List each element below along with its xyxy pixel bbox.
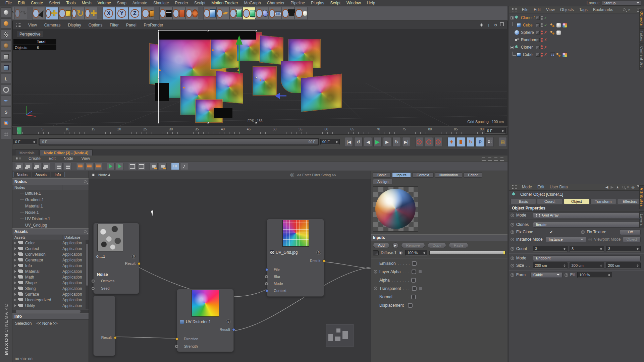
last-tool-icon[interactable] <box>85 7 97 20</box>
search-icon[interactable] <box>623 8 626 11</box>
fix-texture-button[interactable]: Off <box>620 229 641 235</box>
enable-dots-icon[interactable] <box>541 23 543 27</box>
node-graph-canvas[interactable]: o....1S Result Noise Octaves Seed Result… <box>89 171 371 362</box>
next-frame-button[interactable]: ▶ <box>383 137 391 147</box>
animation-dot-icon[interactable] <box>511 273 514 277</box>
menu-item[interactable]: Animate <box>130 0 150 6</box>
solo-badge[interactable]: S <box>226 319 231 324</box>
menu-item[interactable]: Mesh <box>79 0 94 6</box>
attribute-menu-item[interactable]: User Data <box>550 185 568 189</box>
layer-square-icon[interactable] <box>536 46 540 49</box>
menu-item[interactable]: Tools <box>63 0 78 6</box>
connect-nodes-icon[interactable] <box>55 163 63 170</box>
prev-frame-button[interactable]: ◀ <box>364 137 372 147</box>
form-dropdown[interactable]: Cubic <box>530 272 562 278</box>
object-manager-menu-item[interactable]: File <box>522 7 528 12</box>
record-pla-toggle[interactable] <box>485 137 493 147</box>
generators-icon[interactable] <box>229 7 242 20</box>
timeline-tick[interactable]: 30 <box>169 127 173 131</box>
z-axis-lock-icon[interactable]: Z <box>128 7 141 20</box>
phong-tag-icon[interactable] <box>550 30 555 35</box>
end-frame-field[interactable]: 90 F <box>320 139 340 145</box>
record-keyframe-button[interactable]: ╱ <box>415 137 423 147</box>
output-port[interactable] <box>322 259 325 262</box>
record-parameter-toggle[interactable]: P <box>476 137 484 147</box>
timeline-tick[interactable]: 20 <box>117 127 121 131</box>
input-port[interactable] <box>265 268 268 271</box>
home-icon[interactable]: ⌂ <box>628 8 630 12</box>
timeline-tick[interactable]: 70 <box>376 127 380 131</box>
animation-dot-icon[interactable] <box>581 230 585 234</box>
menu-item[interactable]: Select <box>46 0 63 6</box>
redo-icon[interactable] <box>14 7 27 20</box>
textured-cube[interactable] <box>260 35 283 64</box>
assets-column-header[interactable]: Assets <box>12 235 62 240</box>
align-table-icon[interactable] <box>137 163 145 170</box>
input-port[interactable] <box>175 338 178 341</box>
side-tab-attributes[interactable]: Attributes <box>639 185 644 209</box>
keyframe-options-button[interactable]: ? <box>434 137 442 147</box>
assign-tab[interactable]: Assign <box>373 179 393 184</box>
fields-icon[interactable] <box>256 7 268 20</box>
stepper-arrows-icon[interactable] <box>635 263 639 268</box>
lock-icon[interactable] <box>494 157 498 161</box>
point-handle[interactable] <box>237 69 239 71</box>
menu-item[interactable]: Script <box>327 0 343 6</box>
menu-item[interactable]: Volume <box>95 0 114 6</box>
object-manager-menu-item[interactable]: Bookmarks <box>593 7 613 12</box>
solo-badge[interactable]: S <box>131 254 136 259</box>
node-list-item[interactable]: UV Distorter.1 <box>15 216 89 222</box>
object-manager-menu-item[interactable]: Edit <box>534 7 541 12</box>
object-row-cube2[interactable]: Cube ✗ <box>509 51 639 58</box>
play-forward-icon[interactable] <box>107 163 115 170</box>
menu-item[interactable]: File <box>3 0 14 6</box>
attribute-menu-item[interactable]: Edit <box>537 185 544 189</box>
collapse-toggle-icon[interactable] <box>511 16 514 19</box>
timeline-tick[interactable]: 50 <box>273 127 276 131</box>
model-mode-icon[interactable] <box>1 18 11 28</box>
enable-dots-icon[interactable] <box>541 16 543 20</box>
track-icon[interactable]: ◎ <box>631 185 635 189</box>
object-row-sphere[interactable]: Sphere ✗ <box>509 29 639 36</box>
search-icon[interactable] <box>84 180 87 183</box>
viewport-solo-icon[interactable] <box>1 85 11 95</box>
diffuse-strength-slider[interactable] <box>429 251 505 255</box>
navigator-minimap[interactable] <box>326 324 354 347</box>
asset-row[interactable]: Color Application <box>12 240 89 246</box>
object-row-cube1[interactable]: Cube ✓ <box>509 21 639 29</box>
layer-up-icon[interactable] <box>76 163 84 170</box>
clear-filter-icon[interactable]: ✕ <box>290 173 294 177</box>
add-menu-button[interactable]: ▶ <box>392 242 398 248</box>
channel-checkbox[interactable] <box>412 286 417 291</box>
point-handle[interactable] <box>183 87 185 88</box>
instance-mode-dropdown[interactable]: Instance <box>546 237 586 242</box>
texture-tag-icon[interactable] <box>562 52 567 57</box>
asset-row[interactable]: Info Application <box>12 263 89 268</box>
enable-dots-icon[interactable] <box>541 31 543 35</box>
input-port[interactable] <box>265 282 268 285</box>
node-editor-menu-item[interactable]: Edit <box>49 156 56 161</box>
grip-icon[interactable] <box>512 185 517 189</box>
stepper-arrows-icon[interactable] <box>422 251 425 255</box>
search-icon[interactable] <box>622 186 625 188</box>
prev-key-button[interactable]: ↺ <box>354 137 362 147</box>
tab-layout-icon[interactable] <box>488 157 492 161</box>
timeline-tick[interactable]: 0 <box>17 127 19 131</box>
snap-grid-icon[interactable] <box>171 163 179 170</box>
live-selection-icon[interactable] <box>32 7 45 20</box>
add-node-icon[interactable] <box>15 163 23 170</box>
node-color-icon[interactable] <box>150 163 158 170</box>
record-rotation-toggle[interactable]: ↻ <box>467 137 475 147</box>
timeline-tick[interactable]: 35 <box>195 127 199 131</box>
menu-item[interactable]: Plugins <box>308 0 327 6</box>
viewport-menu-item[interactable]: ProRender <box>144 23 163 27</box>
uv-grid-node[interactable]: UV_Grid.jpgS Result File Blur Mode Conte… <box>267 219 324 297</box>
layer-square-icon[interactable] <box>536 38 540 42</box>
attribute-tab[interactable]: Effectors <box>617 199 643 204</box>
tab-node-editor[interactable]: Node Editor (3) - [Node.4] <box>40 149 93 156</box>
animation-dot-icon[interactable] <box>511 230 514 234</box>
timeline-window-button[interactable]: ▤ <box>499 137 507 147</box>
menu-item[interactable]: Help <box>364 0 378 6</box>
node-list-item[interactable]: Material.1 <box>15 203 89 209</box>
textured-cube[interactable] <box>211 36 239 69</box>
